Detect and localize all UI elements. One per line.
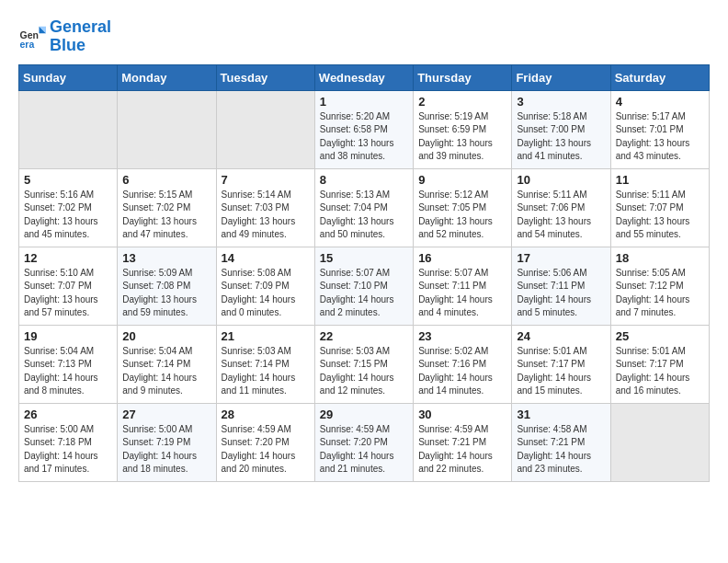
calendar-table: SundayMondayTuesdayWednesdayThursdayFrid… <box>18 64 710 482</box>
day-info: Sunrise: 5:00 AM Sunset: 7:18 PM Dayligh… <box>24 423 112 477</box>
day-number: 27 <box>122 408 210 421</box>
day-number: 11 <box>616 173 704 187</box>
weekday-header-monday: Monday <box>118 64 216 90</box>
day-info: Sunrise: 5:09 AM Sunset: 7:08 PM Dayligh… <box>122 267 210 320</box>
day-number: 10 <box>517 173 605 187</box>
day-info: Sunrise: 5:17 AM Sunset: 7:01 PM Dayligh… <box>616 110 704 164</box>
day-number: 19 <box>24 329 112 343</box>
calendar-cell: 21Sunrise: 5:03 AM Sunset: 7:14 PM Dayli… <box>216 325 314 403</box>
calendar-cell: 23Sunrise: 5:02 AM Sunset: 7:16 PM Dayli… <box>414 325 512 403</box>
weekday-header-thursday: Thursday <box>414 64 512 90</box>
day-number: 28 <box>222 408 310 421</box>
day-info: Sunrise: 5:06 AM Sunset: 7:11 PM Dayligh… <box>517 267 605 320</box>
calendar-week-row: 5Sunrise: 5:16 AM Sunset: 7:02 PM Daylig… <box>19 168 710 247</box>
day-info: Sunrise: 5:04 AM Sunset: 7:13 PM Dayligh… <box>24 345 112 398</box>
day-number: 24 <box>517 329 605 343</box>
day-number: 2 <box>418 95 506 109</box>
day-number: 18 <box>616 251 704 265</box>
day-number: 30 <box>418 408 506 421</box>
day-info: Sunrise: 5:07 AM Sunset: 7:10 PM Dayligh… <box>320 267 408 320</box>
day-number: 3 <box>517 95 605 109</box>
calendar-cell: 7Sunrise: 5:14 AM Sunset: 7:03 PM Daylig… <box>216 168 314 247</box>
calendar-cell: 11Sunrise: 5:11 AM Sunset: 7:07 PM Dayli… <box>610 168 709 247</box>
calendar-cell <box>610 403 709 481</box>
calendar-cell: 8Sunrise: 5:13 AM Sunset: 7:04 PM Daylig… <box>314 168 413 247</box>
calendar-cell: 29Sunrise: 4:59 AM Sunset: 7:20 PM Dayli… <box>314 403 413 481</box>
weekday-header-friday: Friday <box>512 64 610 90</box>
calendar-cell: 22Sunrise: 5:03 AM Sunset: 7:15 PM Dayli… <box>314 325 413 403</box>
calendar-cell: 6Sunrise: 5:15 AM Sunset: 7:02 PM Daylig… <box>118 168 216 247</box>
calendar-cell <box>19 90 118 168</box>
day-info: Sunrise: 5:04 AM Sunset: 7:14 PM Dayligh… <box>122 345 210 398</box>
day-number: 26 <box>24 408 112 421</box>
day-info: Sunrise: 5:00 AM Sunset: 7:19 PM Dayligh… <box>122 423 210 477</box>
day-number: 5 <box>24 173 112 187</box>
calendar-cell <box>118 90 216 168</box>
day-info: Sunrise: 5:03 AM Sunset: 7:15 PM Dayligh… <box>320 345 408 398</box>
day-info: Sunrise: 5:01 AM Sunset: 7:17 PM Dayligh… <box>616 345 704 398</box>
day-number: 23 <box>418 329 506 343</box>
day-info: Sunrise: 5:13 AM Sunset: 7:04 PM Dayligh… <box>320 189 408 242</box>
calendar-cell: 27Sunrise: 5:00 AM Sunset: 7:19 PM Dayli… <box>118 403 216 481</box>
day-number: 14 <box>222 251 310 265</box>
day-number: 7 <box>222 173 310 187</box>
day-info: Sunrise: 5:19 AM Sunset: 6:59 PM Dayligh… <box>418 110 506 164</box>
calendar-cell: 24Sunrise: 5:01 AM Sunset: 7:17 PM Dayli… <box>512 325 610 403</box>
day-info: Sunrise: 5:15 AM Sunset: 7:02 PM Dayligh… <box>122 189 210 242</box>
day-number: 17 <box>517 251 605 265</box>
calendar-week-row: 26Sunrise: 5:00 AM Sunset: 7:18 PM Dayli… <box>19 403 710 481</box>
day-number: 20 <box>122 329 210 343</box>
calendar-cell: 2Sunrise: 5:19 AM Sunset: 6:59 PM Daylig… <box>414 90 512 168</box>
calendar-cell: 9Sunrise: 5:12 AM Sunset: 7:05 PM Daylig… <box>414 168 512 247</box>
day-number: 16 <box>418 251 506 265</box>
day-info: Sunrise: 4:59 AM Sunset: 7:20 PM Dayligh… <box>320 423 408 477</box>
calendar-cell: 5Sunrise: 5:16 AM Sunset: 7:02 PM Daylig… <box>19 168 118 247</box>
day-info: Sunrise: 5:10 AM Sunset: 7:07 PM Dayligh… <box>24 267 112 320</box>
calendar-cell: 10Sunrise: 5:11 AM Sunset: 7:06 PM Dayli… <box>512 168 610 247</box>
day-number: 12 <box>24 251 112 265</box>
day-info: Sunrise: 5:11 AM Sunset: 7:06 PM Dayligh… <box>517 189 605 242</box>
calendar-cell: 14Sunrise: 5:08 AM Sunset: 7:09 PM Dayli… <box>216 247 314 325</box>
calendar-cell: 4Sunrise: 5:17 AM Sunset: 7:01 PM Daylig… <box>610 90 709 168</box>
calendar-cell: 12Sunrise: 5:10 AM Sunset: 7:07 PM Dayli… <box>19 247 118 325</box>
calendar-cell: 16Sunrise: 5:07 AM Sunset: 7:11 PM Dayli… <box>414 247 512 325</box>
calendar-cell: 28Sunrise: 4:59 AM Sunset: 7:20 PM Dayli… <box>216 403 314 481</box>
calendar-week-row: 1Sunrise: 5:20 AM Sunset: 6:58 PM Daylig… <box>19 90 710 168</box>
day-info: Sunrise: 5:11 AM Sunset: 7:07 PM Dayligh… <box>616 189 704 242</box>
day-number: 4 <box>616 95 704 109</box>
day-number: 1 <box>320 95 408 109</box>
day-number: 25 <box>616 329 704 343</box>
day-info: Sunrise: 5:12 AM Sunset: 7:05 PM Dayligh… <box>418 189 506 242</box>
weekday-header-tuesday: Tuesday <box>216 64 314 90</box>
page-header: Gen era General Blue <box>18 18 710 55</box>
day-number: 9 <box>418 173 506 187</box>
calendar-cell: 19Sunrise: 5:04 AM Sunset: 7:13 PM Dayli… <box>19 325 118 403</box>
logo-name: General Blue <box>50 18 111 55</box>
calendar-cell <box>216 90 314 168</box>
calendar-cell: 20Sunrise: 5:04 AM Sunset: 7:14 PM Dayli… <box>118 325 216 403</box>
calendar-cell: 17Sunrise: 5:06 AM Sunset: 7:11 PM Dayli… <box>512 247 610 325</box>
calendar-cell: 1Sunrise: 5:20 AM Sunset: 6:58 PM Daylig… <box>314 90 413 168</box>
day-info: Sunrise: 5:02 AM Sunset: 7:16 PM Dayligh… <box>418 345 506 398</box>
logo: Gen era General Blue <box>18 18 111 55</box>
day-info: Sunrise: 5:14 AM Sunset: 7:03 PM Dayligh… <box>222 189 310 242</box>
day-info: Sunrise: 5:01 AM Sunset: 7:17 PM Dayligh… <box>517 345 605 398</box>
calendar-cell: 30Sunrise: 4:59 AM Sunset: 7:21 PM Dayli… <box>414 403 512 481</box>
calendar-cell: 3Sunrise: 5:18 AM Sunset: 7:00 PM Daylig… <box>512 90 610 168</box>
day-info: Sunrise: 5:16 AM Sunset: 7:02 PM Dayligh… <box>24 189 112 242</box>
calendar-week-row: 12Sunrise: 5:10 AM Sunset: 7:07 PM Dayli… <box>19 247 710 325</box>
day-info: Sunrise: 5:18 AM Sunset: 7:00 PM Dayligh… <box>517 110 605 164</box>
calendar-cell: 15Sunrise: 5:07 AM Sunset: 7:10 PM Dayli… <box>314 247 413 325</box>
day-number: 6 <box>122 173 210 187</box>
day-number: 8 <box>320 173 408 187</box>
day-number: 21 <box>222 329 310 343</box>
weekday-header-wednesday: Wednesday <box>314 64 413 90</box>
calendar-week-row: 19Sunrise: 5:04 AM Sunset: 7:13 PM Dayli… <box>19 325 710 403</box>
svg-text:era: era <box>20 39 35 50</box>
day-info: Sunrise: 4:59 AM Sunset: 7:20 PM Dayligh… <box>222 423 310 477</box>
day-info: Sunrise: 4:58 AM Sunset: 7:21 PM Dayligh… <box>517 423 605 477</box>
day-info: Sunrise: 5:05 AM Sunset: 7:12 PM Dayligh… <box>616 267 704 320</box>
calendar-cell: 18Sunrise: 5:05 AM Sunset: 7:12 PM Dayli… <box>610 247 709 325</box>
logo-icon: Gen era <box>18 23 46 51</box>
calendar-cell: 26Sunrise: 5:00 AM Sunset: 7:18 PM Dayli… <box>19 403 118 481</box>
